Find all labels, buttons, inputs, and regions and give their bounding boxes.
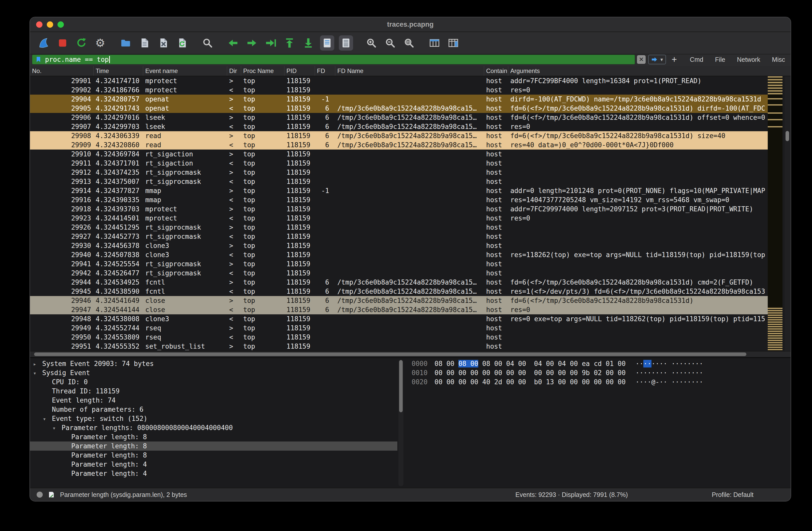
detail-row[interactable]: Number of parameters: 6 — [30, 405, 397, 414]
packet-row[interactable]: 29908 4.324306339 read > top 118159 6 /t… — [30, 131, 768, 141]
filter-apply-button[interactable]: ▾ — [648, 55, 666, 64]
detail-row[interactable]: Parameter length: 8 — [30, 432, 397, 442]
tree-chevron-icon[interactable]: ▸ — [33, 359, 42, 368]
filter-bookmark-icon[interactable] — [35, 56, 42, 63]
detail-row[interactable]: Parameter length: 4 — [30, 469, 397, 478]
packet-row[interactable]: 29904 4.324280757 openat > top 118159 -1… — [30, 94, 768, 104]
tree-chevron-icon[interactable]: ▾ — [33, 369, 42, 378]
column-header[interactable]: Time — [93, 66, 143, 76]
zoom-out-icon[interactable] — [383, 35, 397, 50]
profile-text[interactable]: Profile: Default — [712, 491, 754, 499]
detail-row[interactable]: ▾Sysdig Event — [30, 368, 397, 378]
filter-shortcut-button[interactable]: Misc — [772, 56, 785, 63]
packet-row[interactable]: 29923 4.324414501 mprotect < top 118159 … — [30, 213, 768, 223]
detail-row[interactable]: ▾Parameter lengths: 08000800080004000400… — [30, 423, 397, 432]
add-filter-button[interactable]: + — [671, 54, 677, 65]
next-packet-icon[interactable] — [245, 35, 259, 50]
last-packet-icon[interactable] — [301, 35, 316, 50]
packet-list-scrollbar[interactable] — [784, 76, 791, 351]
restart-capture-icon[interactable] — [74, 35, 88, 50]
packet-row[interactable]: 29909 4.324320860 read < top 118159 6 /t… — [30, 141, 768, 149]
hex-ascii[interactable]: ········ ········ — [636, 368, 703, 378]
packet-row[interactable]: 29902 4.324186766 mprotect < top 118159 … — [30, 86, 768, 94]
hex-ascii[interactable]: ····@-·· ········ — [636, 378, 703, 386]
open-file-icon[interactable] — [118, 35, 133, 50]
packet-row[interactable]: 29916 4.324390335 mmap < top 118159 host… — [30, 195, 768, 205]
column-header[interactable]: FD — [315, 66, 335, 76]
resize-columns-icon[interactable] — [427, 35, 441, 50]
close-file-icon[interactable] — [156, 35, 171, 50]
packet-row[interactable]: 29950 4.324553809 rseq < top 118159 host — [30, 333, 768, 342]
auto-scroll-icon[interactable] — [320, 35, 334, 50]
packet-row[interactable]: 29941 4.324525554 rt_sigprocmask > top 1… — [30, 260, 768, 268]
hex-bytes[interactable]: 00 00 00 00 40 2d 00 00 b0 13 00 00 00 0… — [435, 378, 636, 386]
packet-row[interactable]: 29945 4.324538590 fcntl < top 118159 6 /… — [30, 287, 768, 296]
column-header[interactable]: Contain — [484, 66, 508, 76]
packet-row[interactable]: 29948 4.324538008 clone3 < top 118159 ho… — [30, 314, 768, 324]
column-header[interactable]: No. — [30, 66, 93, 76]
packet-row[interactable]: 29926 4.324451295 rt_sigprocmask > top 1… — [30, 223, 768, 232]
packet-row[interactable]: 29910 4.324369784 rt_sigaction > top 118… — [30, 149, 768, 159]
packet-row[interactable]: 29927 4.324452773 rt_sigprocmask < top 1… — [30, 232, 768, 241]
filter-shortcut-button[interactable]: Network — [737, 56, 760, 63]
wireshark-fin-icon[interactable] — [37, 35, 51, 50]
find-packet-icon[interactable] — [201, 35, 215, 50]
packet-row[interactable]: 29914 4.324377827 mmap > top 118159 -1 h… — [30, 186, 768, 195]
column-header[interactable]: Arguments — [508, 66, 791, 76]
hex-row[interactable]: 0000 08 00 08 00 08 00 04 00 04 00 04 00… — [411, 359, 788, 368]
intelligent-scrollbar-minimap[interactable] — [768, 76, 783, 351]
previous-packet-icon[interactable] — [226, 35, 240, 50]
packet-row[interactable]: 29946 4.324541649 close > top 118159 6 /… — [30, 296, 768, 305]
packet-row[interactable]: 29951 4.324555352 set_robust_list > top … — [30, 342, 768, 351]
filter-shortcut-button[interactable]: File — [715, 56, 725, 63]
detail-pane-scrollbar[interactable] — [398, 359, 404, 486]
colorize-icon[interactable] — [339, 35, 353, 50]
filter-shortcut-button[interactable]: Cmd — [690, 56, 704, 63]
column-header[interactable]: Proc Name — [241, 66, 285, 76]
packet-row[interactable]: 29913 4.324375007 rt_sigprocmask < top 1… — [30, 177, 768, 186]
packet-row[interactable]: 29918 4.324393703 mprotect > top 118159 … — [30, 205, 768, 213]
detail-row[interactable]: ▸System Event 20903: 74 bytes — [30, 359, 397, 368]
packet-row[interactable]: 29911 4.324371701 rt_sigaction < top 118… — [30, 159, 768, 168]
hex-ascii[interactable]: ········ ········ — [636, 359, 703, 368]
column-header[interactable]: FD Name — [335, 66, 484, 76]
zoom-in-icon[interactable] — [364, 35, 378, 50]
reload-file-icon[interactable] — [175, 35, 189, 50]
hex-bytes[interactable]: 08 00 08 00 08 00 04 00 04 00 04 00 ea c… — [435, 359, 636, 368]
goto-packet-icon[interactable] — [263, 35, 278, 50]
packet-row[interactable]: 29949 4.324552744 rseq > top 118159 host — [30, 324, 768, 333]
capture-comment-icon[interactable] — [48, 491, 55, 498]
packet-row[interactable]: 29907 4.324299703 lseek < top 118159 6 /… — [30, 122, 768, 131]
packet-row[interactable]: 29940 4.324507838 clone3 < top 118159 ho… — [30, 250, 768, 260]
apply-dropdown-caret-icon[interactable]: ▾ — [661, 57, 663, 62]
packet-row[interactable]: 29947 4.324544144 close < top 118159 6 /… — [30, 305, 768, 314]
stop-capture-icon[interactable] — [56, 35, 70, 50]
column-header[interactable]: Dir — [227, 66, 241, 76]
detail-row[interactable]: CPU ID: 0 — [30, 378, 397, 386]
packet-row[interactable]: 29942 4.324526477 rt_sigprocmask < top 1… — [30, 268, 768, 278]
tree-chevron-icon[interactable]: ▾ — [43, 414, 52, 423]
scrollbar-thumb[interactable] — [785, 131, 789, 141]
packet-row[interactable]: 29901 4.324174710 mprotect > top 118159 … — [30, 76, 768, 86]
hex-row[interactable]: 0020 00 00 00 00 40 2d 00 00 b0 13 00 00… — [411, 378, 788, 386]
save-file-icon[interactable] — [137, 35, 151, 50]
detail-scrollbar-thumb[interactable] — [399, 360, 403, 412]
packet-row[interactable]: 29944 4.324534925 fcntl > top 118159 6 /… — [30, 278, 768, 287]
detail-row[interactable]: Thread ID: 118159 — [30, 386, 397, 396]
display-columns-icon[interactable] — [446, 35, 461, 50]
horizontal-scrollbar-thumb[interactable] — [34, 353, 746, 356]
display-filter-input[interactable]: proc.name == top — [32, 55, 635, 64]
zoom-reset-icon[interactable] — [402, 35, 416, 50]
column-header[interactable]: PID — [285, 66, 315, 76]
detail-row[interactable]: Parameter length: 8 — [30, 451, 397, 460]
hex-bytes[interactable]: 00 00 00 00 00 00 00 00 00 00 00 00 9b 0… — [435, 368, 636, 378]
detail-row[interactable]: Parameter length: 4 — [30, 460, 397, 469]
column-header[interactable]: Event name — [143, 66, 227, 76]
detail-row[interactable]: Event length: 74 — [30, 396, 397, 405]
filter-text[interactable]: proc.name == top — [45, 56, 108, 63]
hex-row[interactable]: 0010 00 00 00 00 00 00 00 00 00 00 00 00… — [411, 368, 788, 378]
detail-row[interactable]: Parameter length: 8 — [30, 442, 397, 451]
packet-row[interactable]: 29930 4.324456378 clone3 > top 118159 ho… — [30, 241, 768, 250]
packet-row[interactable]: 29905 4.324291743 openat < top 118159 6 … — [30, 104, 768, 113]
first-packet-icon[interactable] — [282, 35, 296, 50]
